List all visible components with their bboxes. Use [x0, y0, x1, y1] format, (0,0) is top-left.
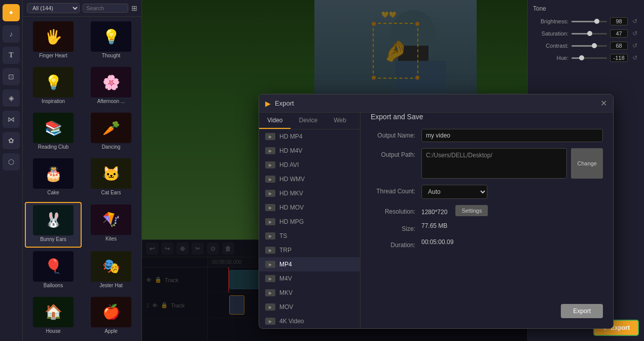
dialog-close-button[interactable]: ✕: [600, 98, 607, 108]
effect-item-afternoon[interactable]: 🌸 Afternoon ...: [83, 64, 139, 109]
effect-item-reading-club[interactable]: 📚 Reading Club: [25, 110, 82, 155]
tone-reset-hue[interactable]: ↺: [631, 54, 639, 62]
stamp-toolbar-icon[interactable]: ✿: [3, 132, 20, 149]
tone-reset-brightness[interactable]: ↺: [631, 17, 639, 25]
tone-label-saturation: Saturation:: [533, 30, 568, 37]
audio-toolbar-icon[interactable]: ♪: [3, 25, 20, 43]
effect-thumb-apple: 🍎: [91, 297, 131, 327]
output-name-label: Output Name:: [371, 129, 421, 139]
effect-label-thought: Thought: [102, 53, 121, 58]
effect-item-balloons[interactable]: 🎈 Balloons: [25, 249, 82, 293]
dialog-left: Video Device Web ▶ HD MP4 ▶ HD M4V ▶ HD …: [259, 94, 361, 328]
effect-thumb-reading-club: 📚: [33, 113, 74, 143]
effect-item-house[interactable]: 🏠 House: [25, 294, 82, 339]
tone-label-hue: Hue:: [533, 55, 568, 61]
tab-device[interactable]: Device: [291, 113, 326, 129]
effect-item-kites[interactable]: 🪁 Kites: [83, 202, 139, 248]
format-item-ts[interactable]: ▶ TS: [259, 229, 360, 243]
effects-grid: 🖐️ Finger Heart 💡 Thought 💡 Inspiration …: [23, 17, 141, 341]
effect-item-apple[interactable]: 🍎 Apple: [83, 294, 139, 339]
tone-slider-brightness[interactable]: [571, 21, 607, 22]
effect-item-inspiration[interactable]: 💡 Inspiration: [25, 64, 82, 109]
tone-value-saturation[interactable]: [610, 29, 628, 38]
transition-toolbar-icon[interactable]: ⋈: [3, 111, 20, 128]
format-label: TS: [279, 232, 287, 240]
effect-item-bunny-ears[interactable]: 🐰 Bunny Ears: [25, 202, 82, 248]
effect-thumb-jester-hat: 🎭: [91, 251, 131, 282]
format-item-mov[interactable]: ▶ MOV: [259, 300, 360, 314]
format-item-trp[interactable]: ▶ TRP: [259, 243, 360, 257]
effect-label-bunny-ears: Bunny Ears: [40, 236, 66, 242]
format-label: HD M4V: [279, 147, 302, 154]
format-list: ▶ HD MP4 ▶ HD M4V ▶ HD AVI ▶ HD WMV ▶ HD…: [259, 129, 360, 328]
effects-search-input[interactable]: [83, 4, 128, 13]
tone-slider-fill-contrast: [571, 45, 594, 47]
effect-thumb-thought: 💡: [91, 21, 131, 52]
tone-reset-saturation[interactable]: ↺: [631, 29, 639, 38]
format-item-hd-mov[interactable]: ▶ HD MOV: [259, 200, 360, 215]
effect-label-jester-hat: Jester Hat: [99, 283, 123, 288]
tone-slider-contrast[interactable]: [571, 45, 607, 47]
format-label: HD MPG: [279, 218, 304, 225]
settings-button[interactable]: Settings: [455, 205, 488, 216]
format-item-hd-mp4[interactable]: ▶ HD MP4: [259, 129, 360, 144]
left-toolbar: ✦ ♪ T ⊡ ◈ ⋈ ✿ ⬡: [0, 0, 23, 341]
output-name-control: [421, 129, 603, 142]
tone-value-contrast[interactable]: [610, 42, 628, 50]
effect-item-cake[interactable]: 🎂 Cake: [25, 156, 82, 200]
mask-toolbar-icon[interactable]: ⬡: [3, 153, 20, 170]
effects-toolbar-icon[interactable]: ✦: [3, 4, 20, 21]
format-item-4k-video[interactable]: ▶ 4K Video: [259, 314, 360, 328]
format-item-m4v[interactable]: ▶ M4V: [259, 271, 360, 286]
grid-toggle-icon[interactable]: ⊞: [131, 4, 137, 12]
size-control: 77.65 MB: [421, 222, 603, 229]
tone-slider-hue[interactable]: [571, 57, 607, 59]
format-item-hd-m4v[interactable]: ▶ HD M4V: [259, 144, 360, 158]
format-label: MOV: [279, 303, 293, 311]
resolution-control: 1280*720 Settings: [421, 205, 603, 216]
format-icon: ▶: [265, 247, 275, 254]
change-path-button[interactable]: Change: [571, 148, 603, 179]
format-item-hd-mkv[interactable]: ▶ HD MKV: [259, 186, 360, 200]
effect-thumb-finger-heart: 🖐️: [33, 21, 74, 52]
effect-item-jester-hat[interactable]: 🎭 Jester Hat: [83, 249, 139, 293]
output-path-row: Output Path: C:/Users/DELL/Desktop/ Chan…: [371, 148, 603, 179]
output-name-input[interactable]: [421, 129, 603, 142]
effect-thumb-cake: 🎂: [33, 158, 74, 189]
effect-item-dancing[interactable]: 🥕 Dancing: [83, 110, 139, 155]
format-icon: ▶: [265, 289, 275, 296]
dialog-footer: Export: [371, 298, 603, 318]
filter-toolbar-icon[interactable]: ◈: [3, 89, 20, 107]
tab-video[interactable]: Video: [259, 113, 291, 129]
tone-value-brightness[interactable]: [610, 17, 628, 25]
format-label: MP4: [279, 261, 292, 268]
tone-reset-contrast[interactable]: ↺: [631, 42, 639, 50]
format-item-hd-mpg[interactable]: ▶ HD MPG: [259, 215, 360, 229]
format-item-hd-avi[interactable]: ▶ HD AVI: [259, 158, 360, 172]
duration-value: 00:05:00.09: [421, 236, 453, 246]
overlay-toolbar-icon[interactable]: ⊡: [3, 68, 20, 85]
format-icon: ▶: [265, 232, 275, 240]
effect-item-thought[interactable]: 💡 Thought: [83, 19, 139, 63]
effect-thumb-balloons: 🎈: [33, 251, 74, 282]
format-label: TRP: [279, 247, 292, 254]
tone-value-hue[interactable]: [610, 54, 628, 62]
effect-label-dancing: Dancing: [102, 144, 121, 150]
dialog-logo: ▶: [265, 99, 271, 108]
tone-slider-thumb-saturation: [587, 31, 592, 36]
effect-item-cat-ears[interactable]: 🐱 Cat Ears: [83, 156, 139, 200]
effects-dropdown[interactable]: All (144): [27, 3, 80, 13]
format-item-hd-wmv[interactable]: ▶ HD WMV: [259, 172, 360, 186]
thread-count-select[interactable]: Auto: [421, 185, 487, 199]
format-item-mp4[interactable]: ▶ MP4: [259, 257, 360, 271]
tone-slider-saturation[interactable]: [571, 33, 607, 35]
tone-label-brightness: Brightness:: [533, 18, 568, 24]
effect-item-finger-heart[interactable]: 🖐️ Finger Heart: [25, 19, 82, 63]
export-main-button[interactable]: Export: [561, 304, 603, 318]
format-item-mkv[interactable]: ▶ MKV: [259, 286, 360, 300]
thread-count-label: Thread Count:: [371, 185, 421, 195]
effect-label-kites: Kites: [105, 236, 117, 242]
size-value: 77.65 MB: [421, 220, 447, 229]
tab-web[interactable]: Web: [326, 113, 354, 129]
text-toolbar-icon[interactable]: T: [3, 47, 20, 64]
